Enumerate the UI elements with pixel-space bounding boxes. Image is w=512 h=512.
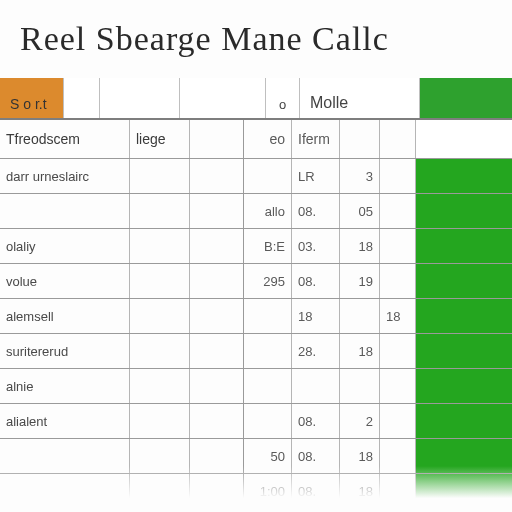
page-title: Reel Sbearge Mane Callc	[20, 20, 492, 58]
cell-gap2[interactable]	[190, 229, 244, 263]
cell-n3[interactable]: 2	[340, 404, 380, 438]
cell-accent	[416, 194, 512, 228]
tab-col-b[interactable]	[180, 78, 266, 118]
cell-n1[interactable]	[244, 334, 292, 368]
cell-n1[interactable]	[244, 299, 292, 333]
table-row[interactable]: suritererud 28. 18	[0, 334, 512, 369]
tab-spacer	[64, 78, 100, 118]
spreadsheet-canvas: Reel Sbearge Mane Callc S o r.t o Molle …	[0, 0, 512, 512]
col-header-n1[interactable]: eo	[244, 120, 292, 158]
cell-gap2[interactable]	[190, 194, 244, 228]
cell-n1[interactable]: allo	[244, 194, 292, 228]
cell-left[interactable]: darr urneslairc	[0, 159, 130, 193]
cell-gap2[interactable]	[190, 369, 244, 403]
cell-n4[interactable]	[380, 229, 416, 263]
cell-n2[interactable]: 08.	[292, 264, 340, 298]
cell-gap1[interactable]	[130, 194, 190, 228]
table-row[interactable]: alnie	[0, 369, 512, 404]
cell-n2[interactable]: 18	[292, 299, 340, 333]
cell-n3[interactable]: 05	[340, 194, 380, 228]
cell-left[interactable]: suritererud	[0, 334, 130, 368]
cell-gap1[interactable]	[130, 299, 190, 333]
col-header-n3[interactable]	[340, 120, 380, 158]
cell-n3[interactable]	[340, 369, 380, 403]
cell-gap2[interactable]	[190, 264, 244, 298]
tab-col-mo[interactable]: Molle	[300, 78, 420, 118]
cell-n4[interactable]	[380, 334, 416, 368]
data-grid: Tfreodscem liege eo Iferm darr urneslair…	[0, 120, 512, 508]
cell-n2[interactable]: LR	[292, 159, 340, 193]
cell-accent	[416, 404, 512, 438]
cell-n2[interactable]: 08.	[292, 404, 340, 438]
tab-col-o[interactable]: o	[266, 78, 300, 118]
col-header-accent	[416, 120, 512, 158]
cell-n4[interactable]: 18	[380, 299, 416, 333]
col-header-left-label: Tfreodscem	[6, 131, 80, 147]
col-header-n2-label: Iferm	[298, 131, 330, 147]
cell-accent	[416, 369, 512, 403]
col-header-n1-label: eo	[269, 131, 285, 147]
cell-gap2[interactable]	[190, 334, 244, 368]
table-row[interactable]: olaliy B:E 03. 18	[0, 229, 512, 264]
cell-left[interactable]: olaliy	[0, 229, 130, 263]
cell-accent	[416, 159, 512, 193]
cell-gap1[interactable]	[130, 404, 190, 438]
table-row[interactable]: allo 08. 05	[0, 194, 512, 229]
col-header-gap1-label: liege	[136, 131, 166, 147]
cell-gap1[interactable]	[130, 264, 190, 298]
col-header-gap1[interactable]: liege	[130, 120, 190, 158]
cell-n3[interactable]	[340, 299, 380, 333]
cell-n4[interactable]	[380, 264, 416, 298]
cell-gap1[interactable]	[130, 369, 190, 403]
col-header-n4[interactable]	[380, 120, 416, 158]
cell-n4[interactable]	[380, 404, 416, 438]
table-row[interactable]: alialent 08. 2	[0, 404, 512, 439]
cell-left[interactable]: alialent	[0, 404, 130, 438]
cell-n3[interactable]: 3	[340, 159, 380, 193]
cell-n1[interactable]: 295	[244, 264, 292, 298]
cell-n2[interactable]: 08.	[292, 194, 340, 228]
cell-n4[interactable]	[380, 159, 416, 193]
table-row[interactable]: darr urneslairc LR 3	[0, 159, 512, 194]
cell-n2[interactable]: 28.	[292, 334, 340, 368]
cell-n4[interactable]	[380, 194, 416, 228]
cell-gap1[interactable]	[130, 159, 190, 193]
bottom-fade	[0, 466, 512, 512]
cell-gap1[interactable]	[130, 229, 190, 263]
cell-left[interactable]: volue	[0, 264, 130, 298]
col-header-gap2[interactable]	[190, 120, 244, 158]
table-row[interactable]: alemsell 18 18	[0, 299, 512, 334]
cell-n1[interactable]	[244, 159, 292, 193]
cell-accent	[416, 229, 512, 263]
tab-col-a[interactable]	[100, 78, 180, 118]
col-header-left[interactable]: Tfreodscem	[0, 120, 130, 158]
cell-accent	[416, 299, 512, 333]
table-row[interactable]: volue 295 08. 19	[0, 264, 512, 299]
cell-n1[interactable]	[244, 369, 292, 403]
tab-sort[interactable]: S o r.t	[0, 78, 64, 118]
cell-gap2[interactable]	[190, 299, 244, 333]
cell-left[interactable]: alnie	[0, 369, 130, 403]
header-row: Tfreodscem liege eo Iferm	[0, 120, 512, 159]
col-header-n2[interactable]: Iferm	[292, 120, 340, 158]
cell-gap2[interactable]	[190, 404, 244, 438]
cell-n3[interactable]: 18	[340, 229, 380, 263]
cell-gap1[interactable]	[130, 334, 190, 368]
cell-n3[interactable]: 19	[340, 264, 380, 298]
cell-accent	[416, 264, 512, 298]
cell-accent	[416, 334, 512, 368]
cell-n4[interactable]	[380, 369, 416, 403]
tab-accent	[420, 78, 512, 118]
cell-n2[interactable]	[292, 369, 340, 403]
cell-left[interactable]: alemsell	[0, 299, 130, 333]
cell-left[interactable]	[0, 194, 130, 228]
cell-n1[interactable]	[244, 404, 292, 438]
cell-n1[interactable]: B:E	[244, 229, 292, 263]
tab-strip: S o r.t o Molle	[0, 78, 512, 120]
cell-gap2[interactable]	[190, 159, 244, 193]
cell-n3[interactable]: 18	[340, 334, 380, 368]
cell-n2[interactable]: 03.	[292, 229, 340, 263]
